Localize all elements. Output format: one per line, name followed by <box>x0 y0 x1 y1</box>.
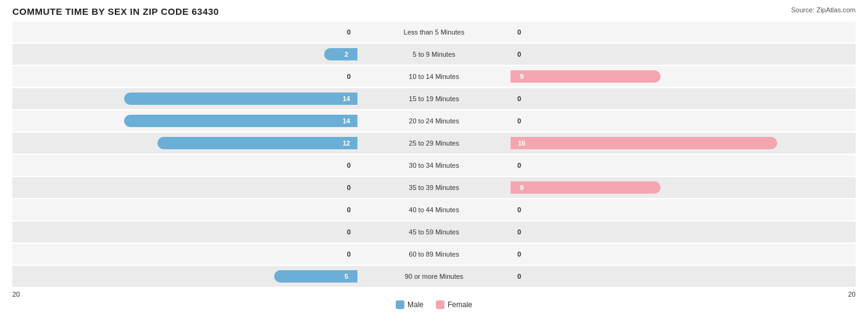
male-value: 14 <box>340 117 353 125</box>
left-bar-container: 0 <box>12 162 360 169</box>
row-label: 40 to 44 Minutes <box>360 206 508 213</box>
row-label: 90 or more Minutes <box>360 273 508 280</box>
left-bar-container: 14 <box>12 93 360 105</box>
male-bar: 14 <box>124 115 357 127</box>
row-label: 35 to 39 Minutes <box>360 184 508 191</box>
right-bar-container: 0 <box>508 228 856 236</box>
female-color-swatch <box>436 300 444 309</box>
male-value: 0 <box>343 206 355 213</box>
legend-female: Female <box>436 300 472 309</box>
female-value: 0 <box>513 162 525 169</box>
chart-row: 030 to 34 Minutes0 <box>12 155 856 176</box>
male-value: 5 <box>340 273 353 280</box>
female-bar: 9 <box>511 70 661 83</box>
female-bar: 16 <box>511 137 777 149</box>
female-value: 0 <box>513 95 525 102</box>
chart-title: Commute Time by Sex in Zip Code 63430 <box>12 6 219 17</box>
female-value: 16 <box>515 139 528 147</box>
female-bar: 9 <box>511 181 661 194</box>
row-label: 15 to 19 Minutes <box>360 95 508 102</box>
chart-row: 010 to 14 Minutes9 <box>12 66 856 87</box>
chart-row: 045 to 59 Minutes0 <box>12 221 856 242</box>
female-value: 0 <box>513 28 525 36</box>
chart-area: 0Less than 5 Minutes025 to 9 Minutes0010… <box>12 22 856 287</box>
right-bar-container: 0 <box>508 95 856 102</box>
axis-row: 20 20 <box>12 291 856 298</box>
row-label: 60 to 89 Minutes <box>360 250 508 258</box>
male-value: 2 <box>340 51 353 58</box>
female-value: 0 <box>513 51 525 58</box>
row-label: 20 to 24 Minutes <box>360 117 508 125</box>
right-bar-container: 0 <box>508 162 856 169</box>
male-bar: 5 <box>274 270 357 283</box>
page-container: Commute Time by Sex in Zip Code 63430 So… <box>12 6 856 309</box>
male-color-swatch <box>396 300 404 309</box>
row-label: 10 to 14 Minutes <box>360 73 508 80</box>
right-bar-container: 0 <box>508 206 856 213</box>
left-bar-container: 0 <box>12 184 360 191</box>
row-label: 5 to 9 Minutes <box>360 51 508 58</box>
left-bar-container: 12 <box>12 137 360 149</box>
row-label: 25 to 29 Minutes <box>360 139 508 147</box>
chart-row: 040 to 44 Minutes0 <box>12 199 856 220</box>
right-bar-container: 16 <box>508 137 856 149</box>
male-bar: 14 <box>124 93 357 105</box>
male-value: 12 <box>340 139 353 147</box>
axis-right: 20 <box>848 291 856 298</box>
male-value: 14 <box>340 95 353 102</box>
male-value: 0 <box>343 162 355 169</box>
header: Commute Time by Sex in Zip Code 63430 So… <box>12 6 856 17</box>
male-value: 0 <box>343 73 355 80</box>
axis-left: 20 <box>12 291 20 298</box>
right-bar-container: 0 <box>508 250 856 258</box>
legend-male: Male <box>396 300 424 309</box>
male-value: 0 <box>343 228 355 236</box>
left-bar-container: 0 <box>12 28 360 36</box>
right-bar-container: 9 <box>508 181 856 194</box>
female-value: 9 <box>515 184 528 191</box>
female-value: 0 <box>513 117 525 125</box>
left-bar-container: 0 <box>12 73 360 80</box>
left-bar-container: 5 <box>12 270 360 283</box>
female-value: 0 <box>513 206 525 213</box>
row-label: Less than 5 Minutes <box>360 28 508 36</box>
left-bar-container: 0 <box>12 206 360 213</box>
left-bar-container: 0 <box>12 250 360 258</box>
male-bar: 2 <box>324 48 357 60</box>
right-bar-container: 0 <box>508 51 856 58</box>
female-label: Female <box>448 300 472 309</box>
left-bar-container: 2 <box>12 48 360 60</box>
chart-row: 060 to 89 Minutes0 <box>12 244 856 265</box>
left-bar-container: 14 <box>12 115 360 127</box>
source-label: Source: ZipAtlas.com <box>791 6 856 14</box>
male-bar: 12 <box>157 137 357 149</box>
row-label: 45 to 59 Minutes <box>360 228 508 236</box>
right-bar-container: 0 <box>508 28 856 36</box>
legend: Male Female <box>12 300 856 309</box>
female-value: 0 <box>513 250 525 258</box>
male-value: 0 <box>343 184 355 191</box>
chart-row: 25 to 9 Minutes0 <box>12 44 856 65</box>
chart-row: 1225 to 29 Minutes16 <box>12 133 856 154</box>
female-value: 9 <box>515 73 528 80</box>
right-bar-container: 0 <box>508 273 856 280</box>
row-label: 30 to 34 Minutes <box>360 162 508 169</box>
male-value: 0 <box>343 250 355 258</box>
chart-row: 1415 to 19 Minutes0 <box>12 88 856 109</box>
male-label: Male <box>407 300 424 309</box>
female-value: 0 <box>513 273 525 280</box>
left-bar-container: 0 <box>12 228 360 236</box>
chart-row: 1420 to 24 Minutes0 <box>12 110 856 131</box>
male-value: 0 <box>343 28 355 36</box>
right-bar-container: 0 <box>508 117 856 125</box>
chart-row: 035 to 39 Minutes9 <box>12 177 856 198</box>
chart-row: 590 or more Minutes0 <box>12 266 856 287</box>
chart-row: 0Less than 5 Minutes0 <box>12 22 856 43</box>
female-value: 0 <box>513 228 525 236</box>
right-bar-container: 9 <box>508 70 856 83</box>
